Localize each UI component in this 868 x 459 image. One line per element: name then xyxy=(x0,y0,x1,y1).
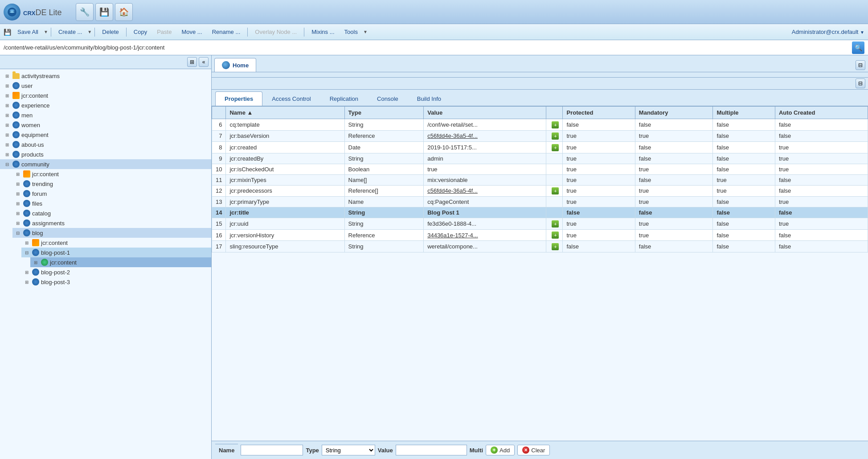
type-select[interactable]: StringBooleanDateDecimalDoubleLongNameNa… xyxy=(322,445,375,455)
value-input[interactable] xyxy=(396,445,467,455)
col-value[interactable]: Value xyxy=(424,107,546,119)
tree-item-activitystreams[interactable]: ⊞ activitystreams xyxy=(0,71,211,81)
tab-build-info[interactable]: Build Info xyxy=(408,91,450,106)
table-row[interactable]: 16jcr:versionHistoryReference34436a1e-15… xyxy=(212,229,868,241)
expand-catalog[interactable]: ⊞ xyxy=(14,210,21,217)
add-button[interactable]: + Add xyxy=(486,445,515,455)
row-value[interactable]: c56fdd4e-36a5-4f... xyxy=(424,130,546,142)
name-input[interactable] xyxy=(241,445,303,455)
row-value[interactable]: c56fdd4e-36a5-4f... xyxy=(424,185,546,197)
expand-community-jcrcontent[interactable]: ⊞ xyxy=(14,170,21,178)
expand-trending[interactable]: ⊞ xyxy=(14,180,21,187)
table-row[interactable]: 9jcr:createdByStringadmintruefalsefalset… xyxy=(212,153,868,164)
tree-item-trending[interactable]: ⊞ trending xyxy=(12,179,211,189)
table-row[interactable]: 8jcr:createdDate2019-10-15T17:5...+truef… xyxy=(212,142,868,153)
create-button[interactable]: Create ... xyxy=(54,27,86,37)
tree-item-blog-post-2[interactable]: ⊞ blog-post-2 xyxy=(21,267,211,277)
save-all-button[interactable]: Save All xyxy=(13,27,43,37)
col-name[interactable]: Name ▲ xyxy=(226,107,344,119)
expand-blog-post-2[interactable]: ⊞ xyxy=(23,269,30,276)
table-row[interactable]: 14jcr:titleStringBlog Post 1falsefalsefa… xyxy=(212,207,868,218)
expand-community[interactable]: ⊟ xyxy=(4,161,11,168)
tab-replication[interactable]: Replication xyxy=(320,91,368,106)
table-row[interactable]: 7jcr:baseVersionReferencec56fdd4e-36a5-4… xyxy=(212,130,868,142)
expand-men[interactable]: ⊞ xyxy=(4,112,11,119)
tree-item-files[interactable]: ⊞ files xyxy=(12,198,211,208)
tab-console[interactable]: Console xyxy=(368,91,408,106)
col-mandatory[interactable]: Mandatory xyxy=(635,107,713,119)
move-button[interactable]: Move ... xyxy=(177,27,206,37)
expand-blog-jcrcontent[interactable]: ⊞ xyxy=(23,239,30,246)
row-expand[interactable]: + xyxy=(546,218,563,230)
tree-item-blog-jcrcontent[interactable]: ⊞ jcr:content xyxy=(21,238,211,248)
tree-item-about-us[interactable]: ⊞ about-us xyxy=(0,140,211,149)
tree-item-community-jcrcontent[interactable]: ⊞ jcr:content xyxy=(12,169,211,179)
col-type[interactable]: Type xyxy=(344,107,424,119)
expand-forum[interactable]: ⊞ xyxy=(14,190,21,197)
table-row[interactable]: 17sling:resourceTypeStringweretail/compo… xyxy=(212,241,868,252)
expand-blog-post-1[interactable]: ⊟ xyxy=(23,249,30,256)
col-protected[interactable]: Protected xyxy=(563,107,635,119)
col-multiple[interactable]: Multiple xyxy=(713,107,775,119)
table-row[interactable]: 10jcr:isCheckedOutBooleantruetruetruefal… xyxy=(212,164,868,174)
tree-item-blog-post-1-jcrcontent[interactable]: ⊞ jcr:content xyxy=(30,257,211,267)
tree-item-catalog[interactable]: ⊞ catalog xyxy=(12,208,211,218)
expand-experience[interactable]: ⊞ xyxy=(4,102,11,109)
expand-jcrcontent-top[interactable]: ⊞ xyxy=(4,92,11,99)
tree-item-products[interactable]: ⊞ products xyxy=(0,149,211,159)
table-row[interactable]: 6cq:templateString/conf/we-retail/set...… xyxy=(212,119,868,131)
mixins-button[interactable]: Mixins ... xyxy=(307,27,339,37)
panel-collapse-button[interactable]: « xyxy=(199,57,209,67)
overlay-node-button[interactable]: Overlay Node ... xyxy=(250,27,301,37)
tree-item-blog[interactable]: ⊟ blog xyxy=(12,228,211,238)
row-expand[interactable]: + xyxy=(546,241,563,252)
tree-item-experience[interactable]: ⊞ experience xyxy=(0,100,211,110)
table-row[interactable]: 12jcr:predecessorsReference[]c56fdd4e-36… xyxy=(212,185,868,197)
expand-assignments[interactable]: ⊞ xyxy=(14,219,21,227)
tools-button[interactable]: Tools xyxy=(340,27,362,37)
path-input[interactable] xyxy=(4,44,852,51)
tree-item-equipment[interactable]: ⊞ equipment xyxy=(0,130,211,140)
path-search-button[interactable]: 🔍 xyxy=(852,41,864,54)
expand-blog[interactable]: ⊟ xyxy=(14,229,21,236)
tree-item-blog-post-1[interactable]: ⊟ blog-post-1 xyxy=(21,248,211,257)
tree-item-forum[interactable]: ⊞ forum xyxy=(12,189,211,198)
tool-button-1[interactable]: 🔧 xyxy=(76,3,94,21)
tree-item-assignments[interactable]: ⊞ assignments xyxy=(12,218,211,228)
tree-item-blog-post-3[interactable]: ⊞ blog-post-3 xyxy=(21,277,211,287)
panel-collapse-right[interactable]: ⊟ xyxy=(856,79,865,88)
expand-activitystreams[interactable]: ⊞ xyxy=(4,72,11,79)
tree-item-men[interactable]: ⊞ men xyxy=(0,110,211,120)
table-row[interactable]: 13jcr:primaryTypeNamecq:PageContenttruet… xyxy=(212,197,868,207)
expand-equipment[interactable]: ⊞ xyxy=(4,131,11,138)
tab-properties[interactable]: Properties xyxy=(215,91,262,106)
clear-button[interactable]: × Clear xyxy=(517,445,550,455)
expand-women[interactable]: ⊞ xyxy=(4,121,11,128)
paste-button[interactable]: Paste xyxy=(152,27,176,37)
tool-button-3[interactable]: 🏠 xyxy=(115,3,133,21)
row-expand[interactable]: + xyxy=(546,229,563,241)
home-tab[interactable]: Home xyxy=(214,58,256,72)
copy-button[interactable]: Copy xyxy=(129,27,151,37)
expand-blog-post-3[interactable]: ⊞ xyxy=(23,278,30,285)
expand-blog-post-1-jcrcontent[interactable]: ⊞ xyxy=(32,259,39,266)
tree-item-community[interactable]: ⊟ community xyxy=(0,159,211,169)
tree-item-user[interactable]: ⊞ user xyxy=(0,81,211,91)
panel-grid-button[interactable]: ⊞ xyxy=(187,57,197,67)
row-expand[interactable]: + xyxy=(546,185,563,197)
tree-item-jcrcontent-top[interactable]: ⊞ jcr:content xyxy=(0,91,211,100)
rename-button[interactable]: Rename ... xyxy=(208,27,245,37)
row-value[interactable]: 34436a1e-1527-4... xyxy=(424,229,546,241)
expand-files[interactable]: ⊞ xyxy=(14,200,21,207)
tool-button-2[interactable]: 💾 xyxy=(95,3,113,21)
table-row[interactable]: 11jcr:mixinTypesName[]mix:versionabletru… xyxy=(212,174,868,185)
collapse-button[interactable]: ⊟ xyxy=(856,60,865,70)
expand-user[interactable]: ⊞ xyxy=(4,82,11,89)
row-expand[interactable]: + xyxy=(546,130,563,142)
row-expand[interactable]: + xyxy=(546,142,563,153)
row-expand[interactable]: + xyxy=(546,119,563,131)
expand-products[interactable]: ⊞ xyxy=(4,151,11,158)
delete-button[interactable]: Delete xyxy=(98,27,123,37)
col-auto-created[interactable]: Auto Created xyxy=(775,107,868,119)
tab-access-control[interactable]: Access Control xyxy=(262,91,320,106)
